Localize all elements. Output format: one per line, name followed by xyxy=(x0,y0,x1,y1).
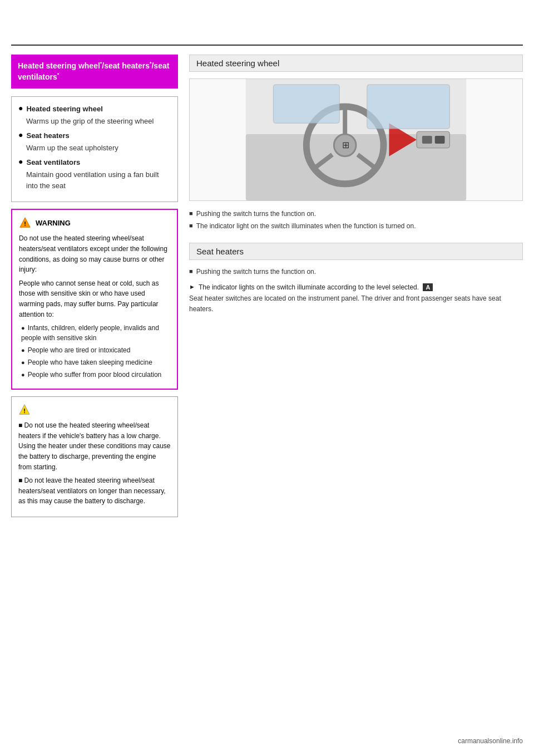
svg-rect-15 xyxy=(435,136,445,144)
steering-wheel-svg: ⊞ xyxy=(190,79,522,200)
watermark: carmanualsonline.info xyxy=(458,737,523,745)
car-image-box: ⊞ xyxy=(189,78,523,201)
feature-item-seat-heaters: ● Seat heaters xyxy=(18,130,171,141)
caution-box: ! ■ Do not use the heated steering wheel… xyxy=(11,396,178,517)
svg-rect-17 xyxy=(367,85,450,129)
caution-header: ! xyxy=(18,404,171,416)
seat-heaters-text-section: Pushing the switch turns the function on… xyxy=(189,267,523,277)
seat-heaters-arrow-item: The indicator lights on the switch illum… xyxy=(189,283,523,291)
bullet-icon-2: ● xyxy=(18,130,23,140)
seat-heaters-body-text: Seat heater switches are located on the … xyxy=(189,293,523,315)
svg-text:!: ! xyxy=(24,220,26,227)
seat-heaters-bullet-text-1: Pushing the switch turns the function on… xyxy=(196,267,316,277)
heated-wheel-text-section: Pushing the switch turns the function on… xyxy=(189,209,523,232)
seat-heaters-arrow-text: The indicator lights on the switch illum… xyxy=(199,283,433,291)
heated-wheel-bullet-2: The indicator light on the switch illumi… xyxy=(189,221,523,232)
feature-desc-seat-ventilators: Maintain good ventilation using a fan bu… xyxy=(26,169,171,192)
label-a-badge: A xyxy=(423,283,433,291)
warning-bullet-list: Infants, children, elderly people, inval… xyxy=(19,323,170,380)
bullet-icon: ● xyxy=(18,104,23,113)
intro-feature-box: ● Heated steering wheel Warms up the gri… xyxy=(11,96,178,203)
seat-heaters-bullet-1: Pushing the switch turns the function on… xyxy=(189,267,523,277)
svg-rect-16 xyxy=(273,85,339,123)
bullet-icon-3: ● xyxy=(18,157,23,166)
seat-heaters-section: Seat heaters Pushing the switch turns th… xyxy=(189,243,523,315)
heated-wheel-bullet-1: Pushing the switch turns the function on… xyxy=(189,209,523,219)
warning-box: ! WARNING Do not use the heated steering… xyxy=(11,209,178,390)
right-column: Heated steering wheel ⊞ xyxy=(189,55,523,318)
feature-desc-heated-wheel: Warms up the grip of the steering wheel xyxy=(26,116,171,127)
page: Heated steering wheel*/seat heaters*/sea… xyxy=(0,0,534,756)
heated-wheel-bullet-text-2: The indicator light on the switch illumi… xyxy=(196,221,416,232)
feature-label-heated-wheel: Heated steering wheel xyxy=(26,104,102,115)
feature-label-seat-ventilators: Seat ventilators xyxy=(26,157,80,168)
warning-label: WARNING xyxy=(36,218,71,229)
section-header-seat-heaters: Seat heaters xyxy=(189,243,523,260)
left-column: Heated steering wheel*/seat heaters*/sea… xyxy=(11,55,178,524)
caution-triangle-icon: ! xyxy=(18,404,31,416)
caution-text-1: ■ Do not use the heated steering wheel/s… xyxy=(18,420,171,472)
feature-item-seat-ventilators: ● Seat ventilators xyxy=(18,157,171,168)
section-header-heated-wheel: Heated steering wheel xyxy=(189,55,523,72)
warning-bullet-2: People who are tired or intoxicated xyxy=(21,345,170,355)
warning-bullet-1: Infants, children, elderly people, inval… xyxy=(21,323,170,343)
top-rule xyxy=(11,45,523,46)
feature-label-seat-heaters: Seat heaters xyxy=(26,130,69,141)
warning-bullet-3: People who have taken sleeping medicine xyxy=(21,357,170,367)
svg-rect-14 xyxy=(422,136,432,144)
main-layout: Heated steering wheel*/seat heaters*/sea… xyxy=(11,55,523,524)
title-box: Heated steering wheel*/seat heaters*/sea… xyxy=(11,55,178,89)
heated-wheel-bullet-text-1: Pushing the switch turns the function on… xyxy=(196,209,316,219)
warning-intro-text: Do not use the heated steering wheel/sea… xyxy=(19,233,170,274)
warning-triangle-icon: ! xyxy=(19,217,31,229)
warning-text-2: People who cannot sense heat or cold, su… xyxy=(19,278,170,320)
warning-bullet-4: People who suffer from poor blood circul… xyxy=(21,370,170,380)
caution-text-2: ■ Do not leave the heated steering wheel… xyxy=(18,475,171,507)
title-text: Heated steering wheel*/seat heaters*/sea… xyxy=(18,61,169,81)
feature-desc-seat-heaters: Warm up the seat upholstery xyxy=(26,143,171,154)
warning-header: ! WARNING xyxy=(19,217,170,229)
svg-text:!: ! xyxy=(23,408,26,414)
feature-item-heated-wheel: ● Heated steering wheel xyxy=(18,104,171,115)
svg-text:⊞: ⊞ xyxy=(342,140,349,150)
